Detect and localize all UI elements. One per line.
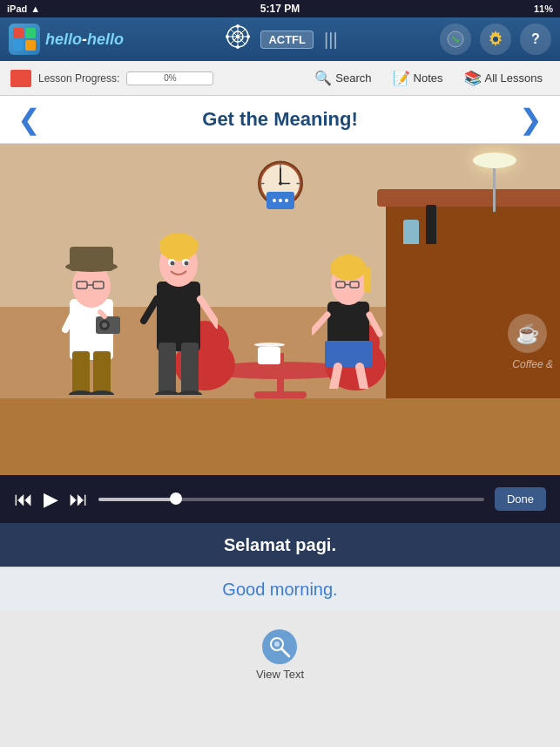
- seek-fill: [98, 498, 176, 501]
- help-icon-btn[interactable]: ?: [520, 24, 551, 55]
- svg-point-17: [493, 37, 498, 42]
- nav-center: ACTFL |||: [131, 24, 433, 54]
- svg-point-11: [236, 24, 240, 28]
- svg-rect-48: [159, 343, 176, 395]
- coffee-cup-saucer: [254, 343, 285, 364]
- svg-rect-2: [13, 40, 24, 51]
- search-button[interactable]: 🔍 Search: [307, 66, 378, 90]
- search-label: Search: [335, 71, 371, 85]
- svg-line-72: [312, 315, 327, 332]
- help-icon: ?: [531, 31, 540, 47]
- status-right: 11%: [534, 3, 553, 14]
- flag-icon: [10, 70, 31, 87]
- coffee-counter: ☕ Coffee &: [386, 196, 560, 405]
- lesson-title: Get the Meaning!: [202, 108, 357, 131]
- nav-right: ?: [440, 24, 551, 55]
- carrier-label: iPad: [7, 3, 27, 14]
- fast-forward-button[interactable]: ⏭: [69, 488, 88, 511]
- notes-button[interactable]: 📝 Notes: [386, 66, 450, 90]
- lamp: [473, 153, 516, 212]
- media-controls: ⏮ ▶ ⏭ Done: [0, 475, 560, 523]
- svg-rect-3: [25, 40, 36, 51]
- svg-rect-49: [181, 343, 199, 395]
- svg-rect-62: [325, 341, 373, 367]
- svg-rect-52: [159, 240, 198, 250]
- progress-value: 0%: [127, 72, 213, 85]
- coffee-logo: ☕: [508, 314, 547, 353]
- logo-text-part1: hello: [45, 31, 82, 48]
- svg-point-56: [185, 261, 189, 266]
- svg-rect-47: [157, 282, 200, 351]
- menu-dot: [279, 199, 282, 202]
- svg-point-13: [226, 35, 229, 38]
- svg-line-75: [281, 649, 289, 656]
- view-text-button[interactable]: View Text: [256, 629, 304, 681]
- notes-label: Notes: [414, 71, 443, 85]
- svg-point-12: [236, 45, 240, 49]
- svg-line-73: [369, 315, 380, 334]
- svg-line-57: [200, 299, 218, 325]
- counter-top: [377, 189, 560, 207]
- next-button[interactable]: ❯: [519, 105, 543, 133]
- svg-point-42: [102, 323, 107, 328]
- title-bar: ❮ Get the Meaning! ❯: [0, 96, 560, 144]
- character-tall-man: [139, 212, 218, 398]
- svg-point-76: [274, 642, 280, 647]
- menu-dot: [273, 199, 276, 202]
- status-bar: iPad ▲ 5:17 PM 11%: [0, 0, 560, 17]
- mandala-icon[interactable]: [226, 24, 250, 54]
- actfl-badge[interactable]: ACTFL: [260, 31, 314, 49]
- toolbar: Lesson Progress: 0% 🔍 Search 📝 Notes 📚 A…: [0, 61, 560, 96]
- svg-point-55: [171, 261, 175, 266]
- battery-label: 11%: [534, 3, 553, 14]
- svg-rect-36: [70, 247, 113, 271]
- svg-rect-0: [13, 28, 24, 38]
- view-text-label: View Text: [256, 668, 304, 681]
- wifi-icon: ▲: [30, 3, 40, 14]
- all-lessons-label: All Lessons: [485, 71, 543, 85]
- subtitle-foreign: Selamat pagi.: [0, 523, 560, 567]
- character-photographer: [48, 229, 135, 398]
- foreign-text: Selamat pagi.: [224, 535, 336, 555]
- floor-base: [0, 398, 560, 475]
- view-text-icon: [262, 629, 297, 664]
- status-left: iPad ▲: [7, 3, 40, 14]
- prev-button[interactable]: ❮: [17, 105, 41, 133]
- svg-rect-67: [331, 262, 366, 275]
- english-text: Good morning.: [222, 580, 337, 600]
- rewind-button[interactable]: ⏮: [14, 488, 33, 511]
- svg-rect-1: [25, 28, 36, 38]
- svg-point-14: [246, 35, 250, 38]
- svg-rect-32: [72, 351, 90, 395]
- seek-thumb: [170, 492, 182, 505]
- lesson-progress-label: Lesson Progress:: [38, 72, 119, 85]
- top-nav: hello-hello ACTFL |||: [0, 17, 560, 61]
- table-base: [254, 391, 307, 398]
- svg-line-63: [334, 367, 338, 389]
- svg-rect-33: [93, 351, 111, 395]
- app-logo-text: hello-hello: [45, 31, 124, 49]
- svg-line-43: [100, 312, 105, 316]
- settings-icon-btn[interactable]: [480, 24, 511, 55]
- bottom-area: View Text: [0, 611, 560, 698]
- character-woman: [312, 236, 386, 392]
- svg-line-64: [360, 367, 364, 389]
- seek-bar[interactable]: [98, 498, 484, 501]
- notes-icon: 📝: [393, 70, 410, 86]
- svg-rect-68: [364, 267, 371, 293]
- status-time: 5:17 PM: [260, 3, 300, 15]
- lessons-icon: 📚: [464, 70, 482, 86]
- menu-dots-button[interactable]: [267, 192, 294, 209]
- all-lessons-button[interactable]: 📚 All Lessons: [457, 66, 550, 90]
- done-button[interactable]: Done: [495, 487, 546, 511]
- nav-separator: |||: [324, 30, 338, 50]
- coffee-text: Coffee &: [512, 358, 553, 370]
- subtitle-english: Good morning.: [0, 567, 560, 611]
- play-button[interactable]: ▶: [44, 488, 58, 511]
- search-icon: 🔍: [314, 70, 332, 86]
- phone-icon-btn[interactable]: [440, 24, 471, 55]
- menu-dot: [285, 199, 288, 202]
- progress-bar: 0%: [126, 71, 213, 85]
- counter-items: [403, 205, 436, 244]
- svg-line-58: [144, 299, 157, 321]
